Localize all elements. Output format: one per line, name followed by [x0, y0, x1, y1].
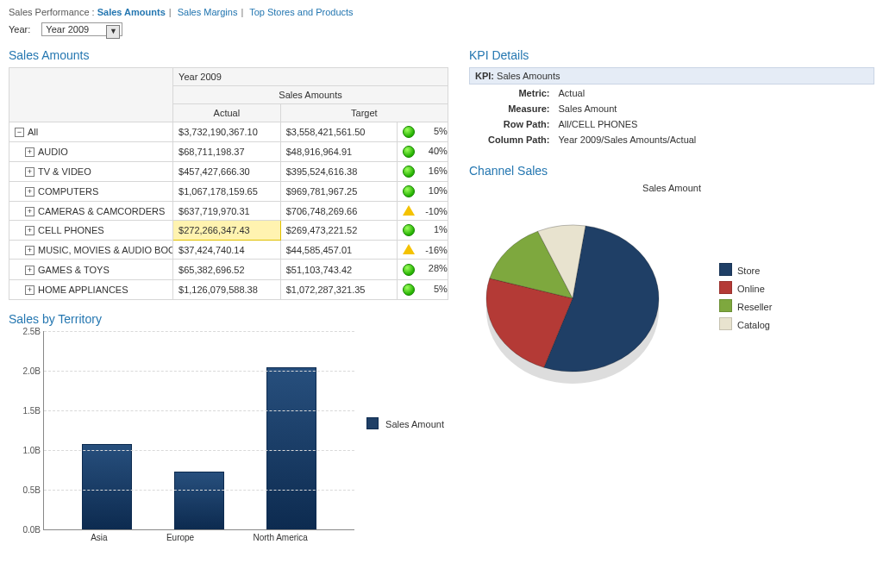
target-cell: $48,916,964.91: [280, 142, 397, 162]
expand-icon[interactable]: +: [25, 187, 34, 197]
kpi-colpath-label: Column Path:: [471, 133, 552, 147]
expand-icon[interactable]: +: [25, 285, 34, 295]
table-row[interactable]: +COMPUTERS$1,067,178,159.65$969,781,967.…: [9, 182, 448, 202]
year-select[interactable]: Year 2009 ▼: [41, 22, 122, 36]
bar: [82, 444, 132, 529]
pie-chart-title: Sales Amount: [469, 183, 874, 193]
row-label-cell[interactable]: +TV & VIDEO: [9, 162, 173, 182]
table-row[interactable]: +CAMERAS & CAMCORDERS$637,719,970.31$706…: [9, 202, 448, 221]
actual-cell[interactable]: $637,719,970.31: [173, 202, 281, 221]
variance-cell: 16%: [397, 162, 448, 182]
actual-cell[interactable]: $3,732,190,367.10: [173, 122, 281, 142]
variance-value: 5%: [418, 126, 448, 136]
x-tick-label: Europe: [166, 533, 194, 542]
table-row[interactable]: +MUSIC, MOVIES & AUDIO BOOKS$37,424,740.…: [9, 241, 448, 260]
table-row[interactable]: +AUDIO$68,711,198.37$48,916,964.9140%: [9, 142, 448, 162]
status-ok-icon: [403, 264, 415, 276]
actual-cell[interactable]: $1,067,178,159.65: [173, 182, 281, 202]
pie-chart-svg: [469, 202, 693, 391]
table-row[interactable]: +TV & VIDEO$457,427,666.30$395,524,616.3…: [9, 162, 448, 182]
year-select-value: Year 2009: [46, 24, 89, 34]
gridline: [44, 450, 354, 451]
bar-chart-legend: Sales Amount: [366, 417, 444, 555]
variance-cell: 1%: [397, 221, 448, 241]
kpi-header-bar: KPI: Sales Amounts: [469, 67, 874, 84]
kpi-metric-label: Metric:: [471, 86, 552, 100]
variance-value: 16%: [418, 166, 448, 176]
y-tick-label: 1.0B: [9, 445, 41, 454]
legend-label: Online: [737, 284, 765, 294]
variance-value: 28%: [418, 263, 448, 273]
row-label-cell[interactable]: +COMPUTERS: [9, 182, 173, 202]
variance-cell: 10%: [397, 182, 448, 202]
sales-by-territory-chart: AsiaEuropeNorth America 0.0B0.5B1.0B1.5B…: [9, 331, 448, 555]
status-ok-icon: [403, 185, 415, 197]
actual-cell[interactable]: $457,427,666.30: [173, 162, 281, 182]
variance-value: 1%: [418, 224, 448, 235]
x-tick-label: North America: [253, 533, 307, 542]
table-row[interactable]: −All$3,732,190,367.10$3,558,421,561.505%: [9, 122, 448, 142]
row-label-cell[interactable]: +MUSIC, MOVIES & AUDIO BOOKS: [9, 241, 173, 260]
kpi-metric-value: Actual: [554, 86, 702, 100]
x-tick-label: Asia: [91, 533, 107, 542]
expand-icon[interactable]: +: [25, 147, 34, 157]
kpi-colpath-value: Year 2009/Sales Amounts/Actual: [554, 133, 702, 147]
sales-amounts-title: Sales Amounts: [9, 48, 448, 62]
col-actual: Actual: [173, 104, 281, 122]
actual-cell[interactable]: $272,266,347.43: [173, 221, 281, 241]
table-metric-header: Sales Amounts: [173, 86, 448, 104]
kpi-header-label: KPI:: [475, 71, 494, 81]
bar: [174, 472, 224, 529]
breadcrumb-item[interactable]: Sales Margins: [178, 7, 238, 17]
year-label: Year:: [9, 24, 30, 34]
target-cell: $51,103,743.42: [280, 260, 397, 279]
legend-swatch-icon: [719, 317, 732, 330]
variance-value: 5%: [418, 284, 448, 294]
bar: [266, 367, 316, 529]
variance-cell: 5%: [397, 122, 448, 142]
breadcrumb-item[interactable]: Top Stores and Products: [249, 7, 353, 17]
channel-sales-chart: StoreOnlineResellerCatalog: [469, 202, 874, 391]
table-row[interactable]: +HOME APPLIANCES$1,126,079,588.38$1,072,…: [9, 279, 448, 299]
breadcrumb: Sales Performance : Sales Amounts| Sales…: [9, 7, 874, 17]
target-cell: $706,748,269.66: [280, 202, 397, 221]
actual-cell[interactable]: $68,711,198.37: [173, 142, 281, 162]
actual-cell[interactable]: $37,424,740.14: [173, 241, 281, 260]
row-label-cell[interactable]: +AUDIO: [9, 142, 173, 162]
year-filter-row: Year: Year 2009 ▼: [9, 22, 874, 36]
legend-swatch-icon: [719, 281, 732, 294]
kpi-header-value: Sales Amounts: [497, 71, 560, 81]
pie-legend-item: Online: [719, 281, 772, 294]
expand-icon[interactable]: +: [25, 246, 34, 255]
expand-icon[interactable]: +: [25, 167, 34, 177]
expand-icon[interactable]: +: [25, 207, 34, 216]
row-label-cell[interactable]: +HOME APPLIANCES: [9, 279, 173, 299]
kpi-details-table: Metric: Actual Measure: Sales Amount Row…: [469, 84, 703, 148]
legend-label: Catalog: [737, 320, 770, 330]
row-label-cell[interactable]: −All: [9, 122, 173, 142]
y-tick-label: 0.0B: [9, 524, 41, 534]
breadcrumb-prefix: Sales Performance :: [9, 7, 95, 17]
status-ok-icon: [403, 166, 415, 178]
actual-cell[interactable]: $1,126,079,588.38: [173, 279, 281, 299]
row-label-cell[interactable]: +GAMES & TOYS: [9, 260, 173, 279]
status-ok-icon: [403, 126, 415, 138]
legend-swatch-icon: [719, 263, 732, 276]
expand-icon[interactable]: +: [25, 226, 34, 235]
channel-sales-title: Channel Sales: [469, 164, 874, 178]
variance-cell: 28%: [397, 260, 448, 279]
variance-value: 40%: [418, 146, 448, 156]
collapse-icon[interactable]: −: [15, 128, 24, 137]
target-cell: $969,781,967.25: [280, 182, 397, 202]
variance-cell: -16%: [397, 241, 448, 260]
gridline: [44, 490, 354, 491]
gridline: [44, 371, 354, 372]
variance-cell: 40%: [397, 142, 448, 162]
actual-cell[interactable]: $65,382,696.52: [173, 260, 281, 279]
row-label-cell[interactable]: +CELL PHONES: [9, 221, 173, 241]
target-cell: $44,585,457.01: [280, 241, 397, 260]
table-row[interactable]: +CELL PHONES$272,266,347.43$269,473,221.…: [9, 221, 448, 241]
table-row[interactable]: +GAMES & TOYS$65,382,696.52$51,103,743.4…: [9, 260, 448, 279]
expand-icon[interactable]: +: [25, 266, 34, 275]
row-label-cell[interactable]: +CAMERAS & CAMCORDERS: [9, 202, 173, 221]
